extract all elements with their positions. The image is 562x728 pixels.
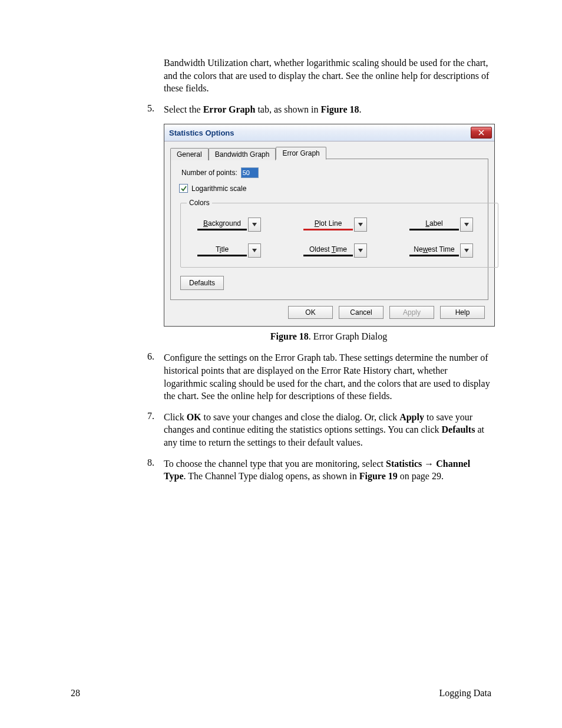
chevron-down-icon	[252, 249, 257, 252]
colors-legend: Colors	[187, 199, 212, 207]
step6-text: Configure the settings on the Error Grap…	[164, 351, 491, 402]
cancel-button[interactable]: Cancel	[339, 306, 384, 319]
dialog-titlebar[interactable]: Statistics Options	[164, 124, 494, 141]
color-oldest-time-label: Oldest Time	[303, 245, 353, 256]
color-oldest-time-dropdown[interactable]	[354, 243, 367, 258]
color-newest-time-label: Newest Time	[409, 245, 459, 256]
step5-text: Select the Error Graph tab, as shown in …	[164, 103, 491, 116]
tab-bandwidth-graph[interactable]: Bandwidth Graph	[209, 148, 276, 160]
statistics-options-dialog: Statistics Options General Bandwidth Gra…	[164, 124, 495, 327]
check-icon	[181, 186, 187, 192]
dialog-title: Statistics Options	[169, 129, 471, 137]
step8-number: 8.	[147, 457, 164, 483]
color-title-label: Title	[197, 245, 247, 256]
defaults-button[interactable]: Defaults	[180, 276, 224, 290]
chevron-down-icon	[252, 223, 257, 226]
tab-error-graph[interactable]: Error Graph	[276, 147, 326, 160]
tab-row: General Bandwidth Graph Error Graph	[170, 146, 488, 159]
intro-paragraph: Bandwidth Utilization chart, whether log…	[164, 57, 491, 95]
color-label-dropdown[interactable]	[460, 218, 473, 232]
figure-caption: Figure 18. Error Graph Dialog	[164, 331, 494, 342]
chevron-down-icon	[358, 223, 363, 226]
color-background-label: Background	[197, 219, 247, 230]
color-oldest-time-swatch	[303, 255, 353, 256]
color-title-dropdown[interactable]	[248, 243, 261, 258]
ok-button[interactable]: OK	[288, 306, 333, 319]
colors-group: Colors Background	[180, 199, 498, 268]
log-scale-label[interactable]: Logarithmic scale	[191, 185, 246, 193]
chevron-down-icon	[464, 249, 469, 252]
color-background-swatch	[197, 229, 247, 230]
color-background-dropdown[interactable]	[248, 218, 261, 232]
apply-button: Apply	[389, 306, 434, 319]
color-newest-time-swatch	[409, 255, 459, 256]
color-title-swatch	[197, 255, 247, 256]
chevron-down-icon	[464, 223, 469, 226]
step8-text: To choose the channel type that you are …	[164, 457, 491, 483]
section-title: Logging Data	[439, 688, 491, 699]
step7-number: 7.	[147, 411, 164, 449]
color-plotline-label: Plot Line	[303, 219, 353, 230]
help-button[interactable]: Help	[440, 306, 485, 319]
chevron-down-icon	[358, 249, 363, 252]
step7-text: Click OK to save your changes and close …	[164, 411, 491, 449]
step5-number: 5.	[147, 103, 164, 116]
color-plotline-dropdown[interactable]	[354, 218, 367, 232]
color-plotline-swatch	[303, 229, 353, 230]
color-label-label: Label	[409, 219, 459, 230]
close-icon	[478, 130, 484, 136]
page-number: 28	[71, 688, 80, 699]
color-label-swatch	[409, 229, 459, 230]
color-newest-time-dropdown[interactable]	[460, 243, 473, 258]
tab-general[interactable]: General	[170, 148, 209, 160]
log-scale-checkbox[interactable]	[179, 184, 188, 193]
close-button[interactable]	[471, 127, 492, 139]
step6-number: 6.	[147, 351, 164, 402]
num-points-label: Number of points:	[181, 169, 237, 177]
num-points-input[interactable]: 50	[241, 167, 259, 178]
